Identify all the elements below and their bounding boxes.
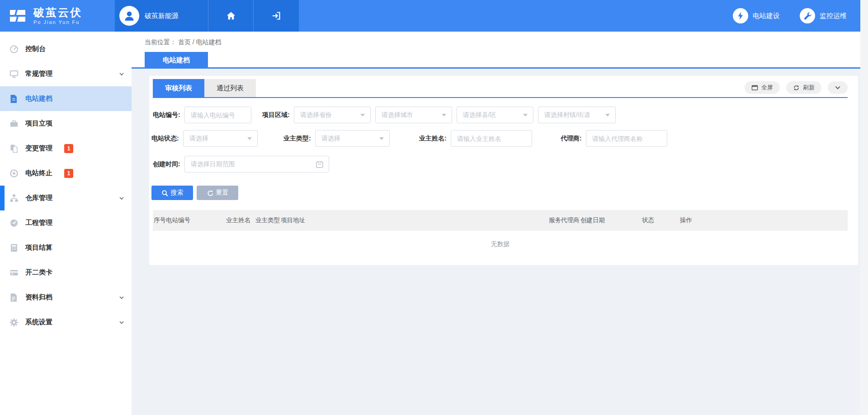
column-header: 业主类型 <box>255 216 281 224</box>
module-label: 电站建设 <box>753 12 780 20</box>
sidebar-item-warehouse-management[interactable]: 仓库管理 <box>0 186 132 210</box>
calculator-icon <box>9 243 19 252</box>
sidebar-item-label: 项目结算 <box>25 243 52 252</box>
empty-text: 无数据 <box>153 231 848 257</box>
reset-button[interactable]: 重置 <box>197 186 238 200</box>
fullscreen-button[interactable]: 全屏 <box>745 81 780 94</box>
signin-icon <box>271 11 281 21</box>
tab-review-list[interactable]: 审核列表 <box>153 79 204 97</box>
user-icon <box>123 9 136 23</box>
owner-name-input[interactable] <box>451 130 532 147</box>
sidebar-item-card-opening[interactable]: 开二类卡 <box>0 260 132 285</box>
logo: 破茧云伏 Po Jian Yun Fu <box>0 0 115 32</box>
search-button[interactable]: 搜索 <box>151 186 193 200</box>
credit-card-icon <box>9 268 19 277</box>
sidebar: 控制台 常规管理 电站建档 项目立项 变更管理 1 电站终止 1 <box>0 32 132 415</box>
county-placeholder: 请选择县/区 <box>463 111 496 119</box>
search-label: 搜索 <box>171 189 184 197</box>
column-header: 创建日期 <box>580 216 642 224</box>
wrench-icon <box>800 8 815 23</box>
column-header: 操作 <box>680 216 848 224</box>
sidebar-item-station-termination[interactable]: 电站终止 1 <box>0 161 132 186</box>
chevron-down-icon <box>119 71 124 77</box>
column-header: 项目地址 <box>281 216 549 224</box>
station-status-placeholder: 请选择 <box>189 135 208 143</box>
module-monitor-ops[interactable]: 监控运维 <box>800 8 847 23</box>
county-select[interactable]: 请选择县/区 <box>457 107 533 123</box>
refresh-icon <box>793 84 800 91</box>
copy-icon <box>9 144 19 153</box>
monitor-icon <box>9 70 19 79</box>
province-select[interactable]: 请选择省份 <box>294 107 371 123</box>
town-placeholder: 请选择村镇/街道 <box>544 111 590 119</box>
user-section: 破茧新能源 <box>115 0 299 32</box>
sidebar-item-data-archive[interactable]: 资料归档 <box>0 285 132 310</box>
badge: 1 <box>64 169 73 178</box>
station-no-label: 电站编号: <box>153 111 180 119</box>
tabs-underline <box>153 97 848 98</box>
owner-name-label: 业主姓名: <box>419 135 447 143</box>
sidebar-item-change-management[interactable]: 变更管理 1 <box>0 136 132 161</box>
refresh-button[interactable]: 刷新 <box>786 81 821 94</box>
town-select[interactable]: 请选择村镇/街道 <box>538 107 616 123</box>
city-placeholder: 请选择城市 <box>382 111 413 119</box>
page-tab-underline <box>132 67 860 69</box>
logo-title: 破茧云伏 <box>33 7 82 19</box>
module-label: 监控运维 <box>820 12 847 20</box>
caret-down-icon <box>247 137 252 142</box>
header-modules: 电站建设 监控运维 <box>299 0 860 32</box>
city-select[interactable]: 请选择城市 <box>375 107 452 123</box>
station-status-select[interactable]: 请选择 <box>183 130 258 147</box>
breadcrumb[interactable]: 当前位置： 首页 / 电站建档 <box>145 38 222 47</box>
user-info[interactable]: 破茧新能源 <box>115 0 208 32</box>
avatar <box>119 6 139 26</box>
filter-owner-type: 业主类型: 请选择 <box>283 130 390 147</box>
home-button[interactable] <box>208 0 253 32</box>
tab-passed-list[interactable]: 通过列表 <box>204 79 256 97</box>
province-placeholder: 请选择省份 <box>300 111 332 119</box>
sidebar-scrollbar-thumb[interactable] <box>0 186 5 210</box>
page-scrollbar[interactable] <box>860 0 868 415</box>
dashboard-icon <box>9 45 19 54</box>
sidebar-item-project-initiation[interactable]: 项目立项 <box>0 111 132 136</box>
station-no-input[interactable] <box>184 107 251 123</box>
panel-toolbar: 全屏 刷新 <box>745 81 848 94</box>
filter-owner-name: 业主姓名: <box>419 130 532 147</box>
logo-subtitle: Po Jian Yun Fu <box>33 19 82 25</box>
sidebar-item-label: 系统设置 <box>25 318 52 326</box>
agent-input[interactable] <box>586 130 667 147</box>
breadcrumb-bar: 当前位置： 首页 / 电站建档 电站建档 <box>132 32 860 69</box>
column-header: 服务代理商 <box>549 216 580 224</box>
chevron-down-icon <box>119 295 124 300</box>
reset-label: 重置 <box>216 189 229 197</box>
create-time-input[interactable]: 请选择日期范围 <box>184 156 329 173</box>
company-name: 破茧新能源 <box>145 12 179 20</box>
sidebar-item-station-archive[interactable]: 电站建档 <box>0 86 132 111</box>
sidebar-item-project-settlement[interactable]: 项目结算 <box>0 235 132 260</box>
caret-down-icon <box>605 114 610 119</box>
sidebar-item-label: 工程管理 <box>25 219 52 227</box>
filter-actions: 搜索 重置 <box>151 186 238 200</box>
sidebar-item-label: 电站终止 <box>25 169 52 177</box>
owner-type-select[interactable]: 请选择 <box>315 130 390 147</box>
signin-button[interactable] <box>253 0 298 32</box>
table-header: 序号 电站编号 业主姓名 业主类型 项目地址 服务代理商 创建日期 状态 操作 <box>153 210 848 231</box>
collapse-button[interactable] <box>828 81 848 94</box>
sidebar-item-engineering-management[interactable]: 工程管理 <box>0 210 132 235</box>
fullscreen-label: 全屏 <box>761 84 773 92</box>
chevron-down-icon <box>119 196 124 201</box>
module-station-build[interactable]: 电站建设 <box>733 8 780 23</box>
badge: 1 <box>64 144 73 153</box>
sidebar-item-general-management[interactable]: 常规管理 <box>0 61 132 86</box>
sidebar-item-system-settings[interactable]: 系统设置 <box>0 310 132 335</box>
sidebar-item-label: 开二类卡 <box>25 268 52 277</box>
sidebar-item-dashboard[interactable]: 控制台 <box>0 37 132 61</box>
briefcase-icon <box>9 119 19 128</box>
breadcrumb-path[interactable]: 首页 / 电站建档 <box>178 38 222 46</box>
calendar-icon[interactable] <box>316 160 324 170</box>
archive-icon <box>9 293 19 302</box>
filter-agent: 代理商: <box>561 130 667 147</box>
filter-station-status: 电站状态: 请选择 <box>151 130 258 147</box>
station-status-label: 电站状态: <box>151 135 179 143</box>
page-tab-station-archive[interactable]: 电站建档 <box>145 52 208 69</box>
